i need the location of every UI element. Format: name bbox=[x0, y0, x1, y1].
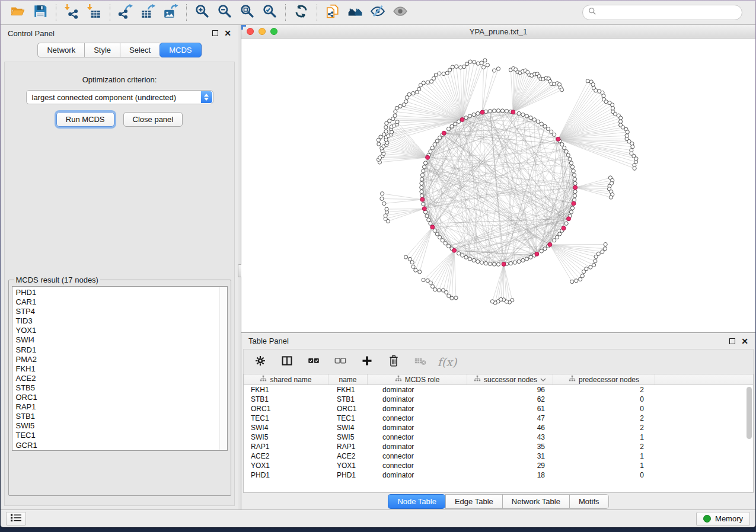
table-cell: 18 bbox=[467, 471, 553, 479]
search-input[interactable] bbox=[600, 8, 736, 17]
export-network-button[interactable] bbox=[114, 2, 137, 23]
column-header-predecessor-nodes[interactable]: predecessor nodes bbox=[553, 374, 655, 384]
mcds-result-item[interactable]: TEC1 bbox=[16, 431, 219, 440]
split-columns-button[interactable] bbox=[280, 355, 294, 369]
search-box[interactable] bbox=[582, 5, 742, 20]
select-all-button[interactable] bbox=[307, 355, 321, 369]
table-scrollbar-thumb[interactable] bbox=[747, 387, 752, 439]
table-cell: 35 bbox=[467, 443, 553, 451]
network-view-titlebar[interactable]: YPA_prune.txt_1 bbox=[241, 25, 755, 39]
refresh-view-button[interactable] bbox=[290, 2, 312, 23]
close-panel-icon[interactable]: ✕ bbox=[224, 30, 231, 36]
function-builder-button[interactable]: f(x) bbox=[440, 355, 454, 369]
mcds-result-item[interactable]: YOX1 bbox=[16, 326, 219, 335]
table-cell: TEC1 bbox=[328, 414, 368, 422]
tab-node-table[interactable]: Node Table bbox=[388, 494, 445, 509]
show-all-button[interactable] bbox=[389, 2, 412, 23]
table-panel-header: Table Panel ✕ bbox=[241, 333, 755, 349]
mcds-result-item[interactable]: FKH1 bbox=[16, 364, 219, 374]
tab-network-table[interactable]: Network Table bbox=[502, 494, 569, 509]
duplicate-network-button[interactable] bbox=[321, 2, 344, 23]
tab-edge-table[interactable]: Edge Table bbox=[445, 494, 502, 509]
run-mcds-button[interactable]: Run MCDS bbox=[56, 112, 114, 127]
unselect-all-button[interactable] bbox=[333, 355, 347, 369]
table-cell: STB1 bbox=[244, 395, 328, 403]
table-row[interactable]: SWI4SWI4dominator462 bbox=[244, 423, 753, 432]
tab-mcds[interactable]: MCDS bbox=[160, 43, 201, 57]
mcds-result-item[interactable]: PMA2 bbox=[16, 355, 219, 364]
memory-button[interactable]: Memory bbox=[696, 512, 750, 526]
optimization-criterion-select[interactable]: largest connected component (undirected) bbox=[26, 90, 213, 104]
mcds-result-item[interactable]: SWI4 bbox=[16, 335, 219, 345]
table-cell: PHD1 bbox=[328, 471, 368, 479]
open-file-button[interactable] bbox=[7, 2, 29, 23]
mcds-result-item[interactable]: ACE2 bbox=[16, 374, 219, 383]
eye-icon bbox=[393, 4, 408, 21]
add-column-button[interactable] bbox=[360, 355, 374, 369]
mcds-result-item[interactable]: STB1 bbox=[16, 412, 219, 421]
mcds-result-item[interactable]: PHD1 bbox=[16, 288, 219, 297]
toolbar-separator bbox=[317, 4, 317, 21]
first-neighbors-button[interactable] bbox=[344, 2, 366, 23]
table-cell: connector bbox=[368, 452, 467, 460]
delete-column-button[interactable] bbox=[387, 355, 401, 369]
tab-network[interactable]: Network bbox=[37, 43, 84, 57]
table-settings-button[interactable] bbox=[253, 355, 267, 369]
network-view-title: YPA_prune.txt_1 bbox=[241, 27, 755, 36]
zoom-fit-button[interactable] bbox=[236, 2, 259, 23]
select-value: largest connected component (undirected) bbox=[32, 93, 177, 102]
zoom-out-button[interactable] bbox=[213, 2, 236, 23]
import-network-button[interactable] bbox=[60, 2, 83, 23]
mcds-result-item[interactable]: STB5 bbox=[16, 383, 219, 393]
zoom-selected-button[interactable] bbox=[259, 2, 281, 23]
table-row[interactable]: TEC1TEC1connector472 bbox=[244, 414, 753, 423]
table-row[interactable]: ACE2ACE2connector311 bbox=[244, 451, 753, 461]
table-cell: dominator bbox=[368, 471, 467, 479]
export-table-button[interactable] bbox=[137, 2, 160, 23]
table-row[interactable]: ORC1ORC1dominator610 bbox=[244, 404, 753, 414]
table-row[interactable]: FKH1FKH1dominator962 bbox=[244, 385, 753, 395]
float-table-panel-icon[interactable] bbox=[729, 338, 735, 344]
table-row[interactable]: RAP1RAP1dominator352 bbox=[244, 442, 753, 451]
mcds-result-item[interactable]: STP4 bbox=[16, 307, 219, 316]
tab-select[interactable]: Select bbox=[120, 43, 160, 57]
table-row[interactable]: SWI5SWI5connector431 bbox=[244, 432, 753, 442]
table-tabs: Node Table Edge Table Network Table Moti… bbox=[241, 493, 755, 509]
mcds-result-item[interactable]: SRD1 bbox=[16, 345, 219, 355]
table-cell: YOX1 bbox=[328, 462, 368, 470]
import-table-button[interactable] bbox=[83, 2, 106, 23]
mcds-result-item[interactable]: ORC1 bbox=[16, 393, 219, 402]
column-header-name[interactable]: name bbox=[328, 374, 368, 384]
table-row[interactable]: PHD1PHD1dominator180 bbox=[244, 470, 753, 480]
mcds-result-item[interactable]: RAP1 bbox=[16, 402, 219, 412]
mcds-result-list[interactable]: PHD1CAR1STP4TID3YOX1SWI4SRD1PMA2FKH1ACE2… bbox=[12, 286, 228, 451]
toolbar-separator bbox=[110, 4, 110, 21]
table-cell: PHD1 bbox=[244, 471, 328, 479]
export-image-button[interactable] bbox=[160, 2, 182, 23]
table-row[interactable]: STB1STB1dominator620 bbox=[244, 395, 753, 404]
mcds-result-item[interactable]: TID3 bbox=[16, 316, 219, 326]
tab-motifs[interactable]: Motifs bbox=[569, 494, 609, 509]
network-canvas[interactable] bbox=[241, 39, 755, 332]
table-cell: dominator bbox=[368, 405, 467, 413]
zoom-in-button[interactable] bbox=[191, 2, 213, 23]
table-cell: SWI5 bbox=[244, 433, 328, 441]
hide-selected-button[interactable] bbox=[366, 2, 389, 23]
mcds-result-item[interactable]: SWI5 bbox=[16, 421, 219, 431]
task-history-button[interactable] bbox=[6, 512, 26, 525]
float-panel-icon[interactable] bbox=[212, 30, 218, 36]
search-icon bbox=[588, 7, 596, 18]
mcds-result-item[interactable]: CAR1 bbox=[16, 297, 219, 307]
table-row[interactable]: YOX1YOX1connector291 bbox=[244, 461, 753, 470]
mcds-list-scrollbar[interactable] bbox=[219, 287, 227, 450]
column-header-successor-nodes[interactable]: successor nodes bbox=[467, 374, 553, 384]
delete-table-button[interactable] bbox=[413, 355, 428, 369]
save-session-button[interactable] bbox=[29, 2, 52, 23]
close-panel-button[interactable]: Close panel bbox=[123, 112, 183, 127]
close-table-panel-icon[interactable]: ✕ bbox=[741, 338, 748, 344]
column-header-shared-name[interactable]: shared name bbox=[244, 374, 328, 384]
tab-style[interactable]: Style bbox=[84, 43, 120, 57]
mcds-result-group: MCDS result (17 nodes) PHD1CAR1STP4TID3Y… bbox=[8, 275, 231, 496]
column-header-mcds-role[interactable]: MCDS role bbox=[368, 374, 467, 384]
mcds-result-item[interactable]: GCR1 bbox=[16, 441, 219, 450]
